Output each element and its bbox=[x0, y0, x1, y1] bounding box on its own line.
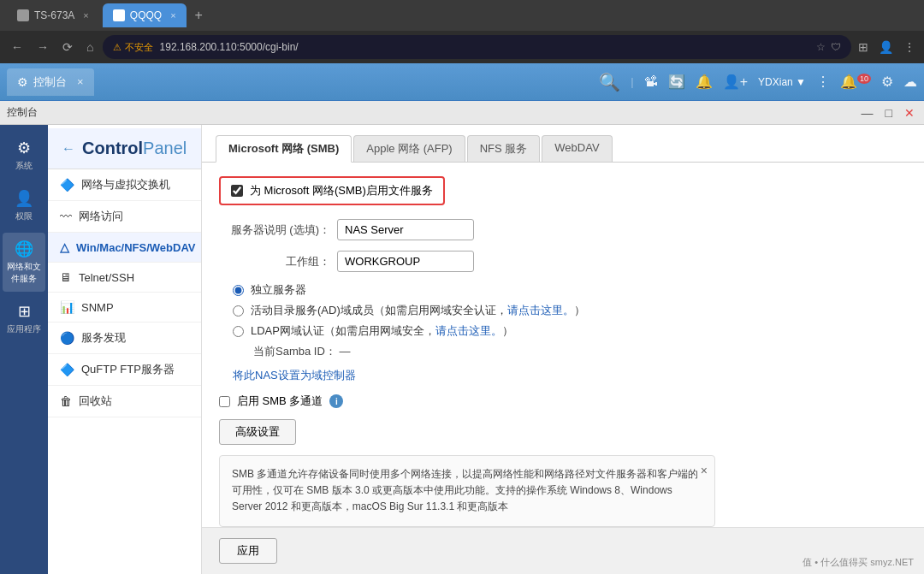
address-text: 192.168.200.110:5000/cgi-bin/ bbox=[160, 41, 809, 53]
info-box: × SMB 多通道允许存储设备同时使用多个网络连接，以提高网络性能和网络路径对文… bbox=[219, 455, 715, 527]
tab-smb[interactable]: Microsoft 网络 (SMB) bbox=[216, 135, 352, 163]
reload-button[interactable]: ⟳ bbox=[58, 38, 77, 56]
title-bar-label: 控制台 bbox=[7, 105, 38, 120]
apps-icon: ⊞ bbox=[18, 302, 31, 321]
film-icon[interactable]: 📽 bbox=[644, 74, 658, 90]
cloud-icon[interactable]: ☁ bbox=[903, 74, 917, 90]
browser-tab-2[interactable]: QQQQ × bbox=[103, 3, 187, 27]
info-icon[interactable]: i bbox=[329, 394, 343, 408]
panel-item-ftp-server[interactable]: 🔷 QuFTP FTP服务器 bbox=[48, 354, 201, 386]
more-icon[interactable]: ⋮ bbox=[816, 74, 830, 90]
bookmark-icon[interactable]: ☆ bbox=[816, 41, 826, 53]
home-button[interactable]: ⌂ bbox=[82, 38, 98, 56]
server-desc-input[interactable] bbox=[337, 219, 474, 240]
telnet-ssh-icon: 🖥 bbox=[60, 270, 72, 284]
panel-item-label-snmp: SNMP bbox=[81, 301, 114, 314]
panel-item-network-switch[interactable]: 🔷 网络与虚拟交换机 bbox=[48, 169, 201, 201]
back-button[interactable]: ← bbox=[62, 141, 75, 157]
menu-button[interactable]: ⋮ bbox=[902, 38, 917, 56]
watermark: 值 • 什么值得买 smyz.NET bbox=[803, 556, 914, 569]
brand-light: Panel bbox=[143, 139, 187, 157]
address-icons: ☆ 🛡 bbox=[816, 41, 841, 53]
tab-nfs[interactable]: NFS 服务 bbox=[467, 135, 541, 162]
radio-ad-input[interactable] bbox=[233, 305, 244, 317]
smb-multipath-label: 启用 SMB 多通道 bbox=[237, 394, 323, 409]
radio-ad: 活动目录服务(AD)域成员（如需启用网域安全认证，请点击这里。） bbox=[233, 303, 907, 318]
bell-icon[interactable]: 🔔 bbox=[696, 74, 713, 90]
tab-afp[interactable]: Apple 网络 (AFP) bbox=[353, 135, 465, 162]
settings-icon[interactable]: ⚙ bbox=[881, 74, 893, 90]
nas-controller-link[interactable]: 将此NAS设置为域控制器 bbox=[233, 368, 907, 383]
sidebar-icon-system[interactable]: ⚙ 系统 bbox=[3, 132, 45, 179]
panel-item-telnet-ssh[interactable]: 🖥 Telnet/SSH bbox=[48, 263, 201, 293]
radio-standalone-input[interactable] bbox=[233, 285, 244, 296]
maximize-button[interactable]: □ bbox=[883, 106, 895, 120]
tab-icon-1 bbox=[17, 9, 29, 21]
back-button[interactable]: ← bbox=[7, 38, 27, 56]
smb-enable-checkbox[interactable] bbox=[231, 185, 243, 197]
panel-item-label-network-switch: 网络与虚拟交换机 bbox=[81, 177, 170, 192]
content-body: 为 Microsoft 网络(SMB)启用文件服务 服务器说明 (选填)： 工作… bbox=[202, 163, 924, 527]
network-access-icon: 〰 bbox=[60, 210, 72, 223]
search-icon[interactable]: 🔍 bbox=[599, 72, 620, 92]
radio-standalone-label: 独立服务器 bbox=[251, 282, 306, 298]
close-button[interactable]: ✕ bbox=[902, 106, 917, 120]
smb-multipath-checkbox[interactable] bbox=[219, 396, 230, 407]
user-name: YDXian ▼ bbox=[758, 76, 806, 88]
samba-id-value: — bbox=[339, 345, 350, 358]
new-tab-button[interactable]: + bbox=[190, 8, 208, 23]
sidebar-icon-network[interactable]: 🌐 网络和文件服务 bbox=[3, 233, 45, 292]
panel-item-service-discovery[interactable]: 🔵 服务发现 bbox=[48, 323, 201, 354]
panel-item-win-mac-nfs[interactable]: △ Win/Mac/NFS/WebDAV bbox=[48, 233, 201, 263]
system-icon: ⚙ bbox=[17, 139, 31, 157]
panel-item-label-ftp-server: QuFTP FTP服务器 bbox=[81, 362, 175, 377]
tab-webdav[interactable]: WebDAV bbox=[542, 135, 612, 162]
extensions-button[interactable]: ⊞ bbox=[856, 38, 870, 56]
minimize-button[interactable]: — bbox=[859, 106, 876, 120]
panel-item-snmp[interactable]: 📊 SNMP bbox=[48, 293, 201, 323]
extension-icon[interactable]: 🛡 bbox=[831, 41, 841, 53]
system-label: 系统 bbox=[15, 160, 33, 172]
samba-id-label: 当前Samba ID： bbox=[253, 345, 336, 358]
profile-button[interactable]: 👤 bbox=[877, 38, 895, 56]
panel-item-label-recycle-bin: 回收站 bbox=[79, 394, 112, 409]
user-add-icon[interactable]: 👤+ bbox=[723, 74, 748, 90]
panel-item-network-access[interactable]: 〰 网络访问 bbox=[48, 201, 201, 233]
tab-label-2: QQQQ bbox=[130, 9, 162, 21]
app-window: ⚙ 控制台 × 🔍 | 📽 🔄 🔔 👤+ YDXian ▼ ⋮ 🔔10 ⚙ ☁ … bbox=[0, 63, 924, 574]
app-tab[interactable]: ⚙ 控制台 × bbox=[7, 68, 94, 96]
radio-ldap-label: LDAP网域认证（如需启用网域安全，请点击这里。） bbox=[251, 323, 513, 339]
advanced-settings-button[interactable]: 高级设置 bbox=[219, 419, 296, 445]
notif-count: 10 bbox=[857, 74, 871, 84]
tab-close-1[interactable]: × bbox=[83, 10, 88, 21]
user-menu[interactable]: YDXian ▼ bbox=[758, 76, 806, 88]
workgroup-row: 工作组： bbox=[219, 251, 907, 272]
refresh-icon[interactable]: 🔄 bbox=[668, 74, 685, 90]
ldap-link[interactable]: 请点击这里。 bbox=[435, 324, 502, 337]
info-box-text: SMB 多通道允许存储设备同时使用多个网络连接，以提高网络性能和网络路径对文件服… bbox=[232, 468, 698, 512]
browser-tab-1[interactable]: TS-673A × bbox=[7, 3, 99, 27]
app-tab-close[interactable]: × bbox=[77, 75, 84, 88]
panel-item-recycle-bin[interactable]: 🗑 回收站 bbox=[48, 386, 201, 417]
info-box-close[interactable]: × bbox=[701, 461, 708, 480]
address-bar[interactable]: ⚠ 不安全 192.168.200.110:5000/cgi-bin/ ☆ 🛡 bbox=[103, 35, 851, 59]
radio-ldap-input[interactable] bbox=[233, 326, 244, 337]
notification-badge[interactable]: 🔔10 bbox=[840, 74, 871, 90]
apply-button[interactable]: 应用 bbox=[219, 538, 277, 564]
app-tab-label: 控制台 bbox=[33, 74, 67, 90]
forward-button[interactable]: → bbox=[33, 38, 53, 56]
recycle-bin-icon: 🗑 bbox=[60, 394, 72, 408]
brand-bold: Control bbox=[82, 139, 143, 157]
panel-sidebar: ← ControlPanel 🔷 网络与虚拟交换机 〰 网络访问 △ Win/M… bbox=[48, 125, 202, 574]
sidebar-icons-bar: ⚙ 系统 👤 权限 🌐 网络和文件服务 ⊞ 应用程序 bbox=[0, 125, 48, 574]
sidebar-icon-permissions[interactable]: 👤 权限 bbox=[3, 182, 45, 229]
radio-standalone: 独立服务器 bbox=[233, 282, 907, 298]
control-panel-title: ControlPanel bbox=[82, 139, 187, 158]
ftp-server-icon: 🔷 bbox=[60, 363, 74, 376]
samba-id-row: 当前Samba ID： — bbox=[253, 344, 907, 359]
tab-close-2[interactable]: × bbox=[170, 10, 175, 21]
ad-link[interactable]: 请点击这里。 bbox=[507, 304, 574, 317]
workgroup-input[interactable] bbox=[337, 251, 474, 272]
smb-multipath-row: 启用 SMB 多通道 i bbox=[219, 394, 907, 409]
sidebar-icon-apps[interactable]: ⊞ 应用程序 bbox=[3, 295, 45, 342]
